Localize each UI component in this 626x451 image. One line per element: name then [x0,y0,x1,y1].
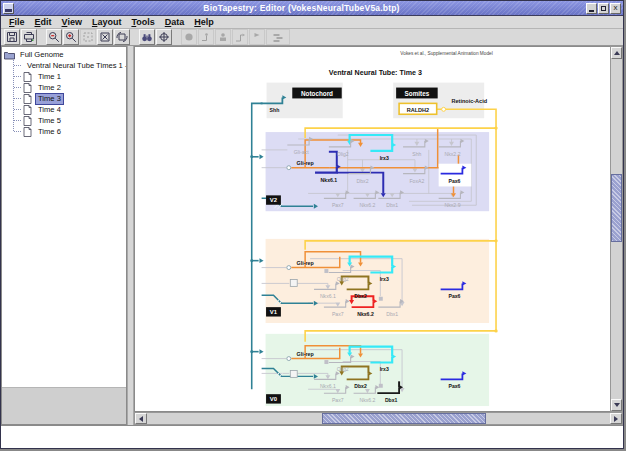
add-gene-icon [181,29,197,45]
tree-item-time-4[interactable]: Time 4 [4,104,126,115]
tree-item-label: Time 1 [36,72,63,82]
scroll-right-button[interactable] [610,413,622,424]
svg-text:V2: V2 [270,197,278,203]
vertical-scrollbar[interactable] [610,46,623,412]
center-on-workspace-icon[interactable] [156,29,172,45]
network-overlay-icon [266,29,290,45]
menu-help[interactable]: Help [189,16,219,29]
svg-text:Nkx2.2: Nkx2.2 [445,151,461,157]
tree-item-time-3[interactable]: Time 3 [4,93,126,104]
region-v0[interactable] [266,334,490,406]
zoom-to-whole-model-icon[interactable] [97,29,113,45]
add-signal-icon [215,29,231,45]
svg-text:Nkx6.2: Nkx6.2 [359,202,375,208]
svg-text:Nkx6.1: Nkx6.1 [320,383,336,389]
add-note-icon [249,29,265,45]
svg-text:Dbx1: Dbx1 [386,202,398,208]
maximize-button[interactable] [598,3,609,14]
label-box-v1: V1 [266,307,281,316]
tree-item-time-6[interactable]: Time 6 [4,126,126,137]
svg-text:Nkx6.1: Nkx6.1 [320,293,336,299]
biotapestry-window: BioTapestry: Editor (VokesNeuralTubeV5a.… [0,0,624,449]
document-icon [22,105,33,115]
folder-icon [4,50,15,60]
minimize-button[interactable] [586,3,597,14]
horizontal-scrollbar[interactable] [134,412,623,425]
canvas-text: Retinoic-Acid [452,98,488,104]
tree-root-full-genome[interactable]: Full Genome [4,49,126,60]
scroll-up-button[interactable] [611,47,622,59]
model-tree-panel: Full GenomeVentral Neural Tube Times 1 -… [1,46,127,425]
add-node-icon [198,29,214,45]
canvas-text: RALDH2 [407,107,429,113]
svg-text:Shh: Shh [270,107,280,113]
close-button[interactable]: x [610,3,621,14]
toolbar [1,29,623,46]
canvas-text: Ventral Neural Tube: Time 3 [329,69,422,77]
svg-text:Pax6: Pax6 [448,383,460,389]
svg-text:Somites: Somites [405,90,430,97]
label-box-v0: V0 [266,394,281,403]
add-link-icon [232,29,248,45]
model-tree: Full GenomeVentral Neural Tube Times 1 -… [2,47,126,388]
svg-text:Pax6: Pax6 [448,178,460,184]
tree-item-label-selected: Time 3 [36,94,63,104]
menu-tools[interactable]: Tools [126,16,159,29]
zoom-out-icon[interactable] [46,29,62,45]
tree-item-label: Time 4 [36,105,63,115]
menu-view[interactable]: View [57,16,87,29]
signal-box-v0 [290,370,297,377]
svg-text:Irx3: Irx3 [380,276,389,282]
tree-item-label: Time 5 [36,116,63,126]
status-bar [1,425,623,448]
svg-text:Pax7: Pax7 [332,397,344,403]
vertical-scroll-track[interactable] [611,59,622,399]
zoom-in-icon[interactable] [63,29,79,45]
tree-item-time-1[interactable]: Time 1 [4,71,126,82]
network-drawing: ShhGli-actOlig2Irx3ShhNkx2.2Nkx6.1Dbx2Fo… [135,47,610,411]
tree-item-time-2[interactable]: Time 2 [4,82,126,93]
svg-text:Gli-act: Gli-act [294,149,309,155]
canvas-text: Gli-rep [297,260,315,266]
scroll-down-button[interactable] [611,399,622,411]
tree-item-label: Ventral Neural Tube Times 1 - 6 [25,61,126,71]
menu-data[interactable]: Data [160,16,190,29]
svg-text:V1: V1 [270,309,278,315]
tree-item-label: Time 2 [36,83,63,93]
tree-root-label: Full Genome [18,50,65,60]
window-title: BioTapestry: Editor (VokesNeuralTubeV5a.… [18,3,585,13]
vertical-scroll-thumb[interactable] [611,174,622,242]
menu-edit[interactable]: Edit [30,16,57,29]
canvas-text: Gli-rep [297,160,315,166]
svg-text:Pax7: Pax7 [332,311,344,317]
save-icon[interactable] [4,29,20,45]
svg-text:Nkx6.1: Nkx6.1 [321,177,338,183]
tree-item-time-5[interactable]: Time 5 [4,115,126,126]
svg-text:Nkx6.2: Nkx6.2 [357,311,374,317]
svg-text:FoxA2: FoxA2 [409,178,424,184]
svg-text:Olig2: Olig2 [337,366,349,372]
center-current-model-icon[interactable] [114,29,130,45]
document-icon [22,127,33,137]
panel-splitter[interactable] [127,46,134,425]
svg-text:Notochord: Notochord [301,90,333,97]
svg-text:Nkx2.9: Nkx2.9 [445,202,461,208]
window-menu-icon[interactable] [3,3,14,14]
canvas-text: Vokes et al., Supplemental Animation Mod… [400,51,492,56]
svg-text:Olig2: Olig2 [337,276,349,282]
region-v1[interactable] [266,239,490,323]
title-bar[interactable]: BioTapestry: Editor (VokesNeuralTubeV5a.… [1,1,623,16]
document-icon [22,116,33,126]
horizontal-scroll-track[interactable] [147,413,610,424]
search-icon[interactable] [139,29,155,45]
svg-text:Dbx1: Dbx1 [385,397,398,403]
print-icon[interactable] [21,29,37,45]
tree-item-ventral-neural-tube-times-1-6[interactable]: Ventral Neural Tube Times 1 - 6 [4,60,126,71]
network-canvas[interactable]: ShhGli-actOlig2Irx3ShhNkx2.2Nkx6.1Dbx2Fo… [134,46,610,412]
svg-text:Olig2: Olig2 [337,151,349,157]
menu-file[interactable]: File [4,16,30,29]
svg-text:Dbx2: Dbx2 [354,293,367,299]
scroll-left-button[interactable] [135,413,147,424]
horizontal-scroll-thumb[interactable] [322,413,486,424]
menu-layout[interactable]: Layout [87,16,127,29]
